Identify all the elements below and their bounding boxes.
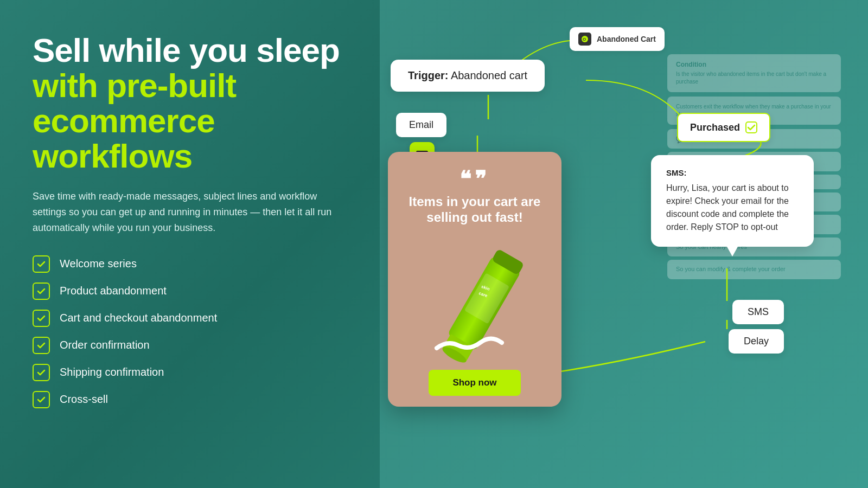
headline-line2: with pre-built bbox=[33, 67, 236, 104]
abandoned-cart-header: O Abandoned Cart bbox=[570, 27, 665, 51]
checklist-label-6: Cross-sell bbox=[60, 393, 108, 406]
trigger-box: Trigger: Abandoned cart bbox=[391, 60, 545, 92]
checklist-item-5: Shipping confirmation bbox=[33, 364, 369, 381]
checklist-label-5: Shipping confirmation bbox=[60, 366, 164, 378]
check-icon-2 bbox=[33, 282, 50, 300]
check-icon-6 bbox=[33, 391, 50, 408]
sms-bottom-label: SMS bbox=[748, 306, 769, 317]
check-icon-4 bbox=[33, 337, 50, 354]
check-icon-1 bbox=[33, 255, 50, 273]
right-panel: Condition Is the visitor who abandoned i… bbox=[380, 0, 868, 488]
checklist-item-1: Welcome series bbox=[33, 255, 369, 273]
headline-line4: workflows bbox=[33, 137, 192, 175]
checklist-label-3: Cart and checkout abandonment bbox=[60, 312, 217, 324]
quote-marks: ❝❞ bbox=[459, 168, 490, 190]
check-icon-5 bbox=[33, 364, 50, 381]
checklist-label-1: Welcome series bbox=[60, 258, 137, 270]
delay-label: Delay bbox=[744, 336, 769, 346]
headline: Sell while you sleep with pre-built ecom… bbox=[33, 33, 369, 174]
delay-box: Delay bbox=[729, 329, 784, 354]
checklist-item-3: Cart and checkout abandonment bbox=[33, 310, 369, 327]
email-box: Email bbox=[396, 113, 446, 137]
subtitle-text: Save time with ready-made messages, subj… bbox=[33, 189, 347, 235]
sms-bottom-box: SMS bbox=[732, 300, 784, 324]
check-icon-3 bbox=[33, 310, 50, 327]
omnisend-logo: O bbox=[578, 33, 591, 46]
product-tube-svg: skin care bbox=[404, 234, 545, 364]
card-headline: Items in your cart are selling out fast! bbox=[401, 194, 548, 226]
purchased-badge: Purchased bbox=[677, 113, 770, 142]
sms-popup-message: Hurry, Lisa, your cart is about to expir… bbox=[666, 182, 799, 234]
checklist-item-4: Order confirmation bbox=[33, 337, 369, 354]
headline-line1: Sell while you sleep bbox=[33, 31, 340, 69]
checklist: Welcome series Product abandonment Cart … bbox=[33, 255, 369, 408]
abandoned-cart-title: Abandoned Cart bbox=[597, 35, 656, 43]
trigger-label: Trigger: bbox=[408, 69, 448, 81]
svg-text:O: O bbox=[583, 37, 586, 42]
email-card-content: ❝❞ Items in your cart are selling out fa… bbox=[388, 152, 561, 407]
sms-popup-tail bbox=[727, 247, 738, 256]
email-label: Email bbox=[409, 119, 433, 130]
checklist-label-4: Order confirmation bbox=[60, 339, 150, 351]
headline-line3: ecommerce bbox=[33, 102, 215, 139]
checklist-item-6: Cross-sell bbox=[33, 391, 369, 408]
left-panel: Sell while you sleep with pre-built ecom… bbox=[33, 33, 369, 408]
trigger-value: Abandoned cart bbox=[451, 69, 527, 81]
product-image-area: skin care bbox=[401, 234, 548, 364]
sms-popup-card: SMS: Hurry, Lisa, your cart is about to … bbox=[651, 155, 814, 247]
shop-now-button[interactable]: Shop now bbox=[429, 370, 520, 396]
email-promo-card: ❝❞ Items in your cart are selling out fa… bbox=[388, 152, 561, 407]
purchased-label: Purchased bbox=[690, 122, 740, 133]
checklist-label-2: Product abandonment bbox=[60, 285, 167, 297]
checklist-item-2: Product abandonment bbox=[33, 282, 369, 300]
sms-popup-label: SMS: bbox=[666, 168, 799, 177]
